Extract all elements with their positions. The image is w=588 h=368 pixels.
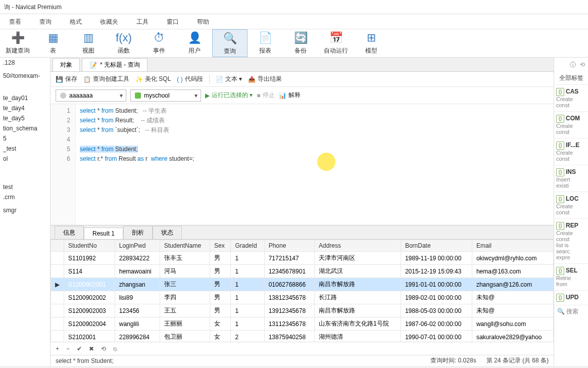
- cell[interactable]: 王五: [160, 304, 210, 317]
- connection-combo[interactable]: aaaaaaa: [56, 89, 126, 102]
- cell[interactable]: 1990-07-01 00:00:00: [401, 331, 472, 342]
- ribbon-模型[interactable]: ⊞模型: [354, 29, 389, 57]
- cell[interactable]: 13875940258: [264, 331, 314, 342]
- ribbon-查询[interactable]: 🔍查询: [212, 29, 248, 57]
- cell[interactable]: 1: [231, 304, 264, 317]
- cell[interactable]: 1991-01-01 00:00:00: [401, 278, 472, 291]
- col-header[interactable]: LoginPwd: [115, 240, 160, 252]
- cell[interactable]: S2102001: [64, 331, 115, 342]
- ribbon-报表[interactable]: 📄报表: [248, 29, 283, 57]
- tree-item[interactable]: te_day01: [0, 93, 50, 103]
- tab-info[interactable]: 信息: [55, 226, 84, 239]
- cell[interactable]: 1989-11-19 00:00:00: [401, 252, 472, 265]
- export-result-button[interactable]: 📤 导出结果: [248, 75, 282, 83]
- apply-button[interactable]: ✔: [77, 345, 82, 352]
- cell[interactable]: hema@163.com: [472, 265, 553, 278]
- menu-view[interactable]: 查看: [0, 14, 30, 29]
- cell[interactable]: 228996284: [115, 331, 160, 342]
- col-header[interactable]: Sex: [210, 240, 231, 252]
- refresh-icon[interactable]: ⟲: [580, 61, 585, 68]
- cell[interactable]: 湖州德清: [314, 331, 401, 342]
- run-button[interactable]: ▶ 运行已选择的 ▾: [205, 91, 253, 100]
- cell[interactable]: 1988-05-03 00:00:00: [401, 304, 472, 317]
- cell[interactable]: 河马: [160, 265, 210, 278]
- tree-item[interactable]: .128: [0, 58, 50, 68]
- cell[interactable]: wanglili: [115, 317, 160, 331]
- snippet-item[interactable]: ()CASCreateconst: [554, 85, 588, 112]
- ribbon-表[interactable]: ▦表: [35, 29, 71, 57]
- col-header[interactable]: StudentNo: [64, 240, 115, 252]
- add-row-button[interactable]: +: [56, 345, 59, 352]
- cell[interactable]: 13912345678: [264, 304, 314, 317]
- col-header[interactable]: BornDate: [401, 240, 472, 252]
- table-row[interactable]: S1200902002lisi89李四男113812345678长江路1989-…: [51, 291, 554, 304]
- table-row[interactable]: S114hemawoaini河马男112345678901湖北武汉2015-12…: [51, 265, 554, 278]
- cell[interactable]: S1200902003: [64, 304, 115, 317]
- snippet-item[interactable]: ()UPD: [554, 291, 588, 305]
- col-header[interactable]: Email: [472, 240, 553, 252]
- cell[interactable]: S1200902001: [64, 278, 115, 291]
- ribbon-新建查询[interactable]: ➕新建查询: [0, 29, 35, 57]
- cell[interactable]: 717215147: [264, 252, 314, 265]
- cell[interactable]: 123456: [115, 304, 160, 317]
- ribbon-事件[interactable]: ⏱事件: [141, 29, 177, 57]
- cell[interactable]: lisi89: [115, 291, 160, 304]
- cell[interactable]: 南昌市解放路: [314, 304, 401, 317]
- refresh-button[interactable]: ⟲: [101, 345, 106, 352]
- col-header[interactable]: StudentName: [160, 240, 210, 252]
- cell[interactable]: okiwcydml@ryhlo.com: [472, 252, 553, 265]
- tree-item[interactable]: test: [0, 182, 50, 192]
- snippet-item[interactable]: ()LOCCreateconst: [554, 192, 588, 219]
- cell[interactable]: zhangsan: [115, 278, 160, 291]
- info-icon[interactable]: ⓘ: [570, 61, 576, 69]
- cell[interactable]: 13112345678: [264, 317, 314, 331]
- cell[interactable]: 女: [210, 331, 231, 342]
- save-button[interactable]: 💾 保存: [56, 75, 77, 83]
- cell[interactable]: zhangsan@126.com: [472, 278, 553, 291]
- menu-help[interactable]: 帮助: [188, 14, 218, 29]
- cell[interactable]: 张丰玉: [160, 252, 210, 265]
- tab-query[interactable]: 📝* 无标题 - 查询: [82, 58, 148, 71]
- menu-favorites[interactable]: 收藏夹: [91, 14, 127, 29]
- query-builder-button[interactable]: 📋 查询创建工具: [83, 75, 129, 83]
- table-row[interactable]: S1101992228934222张丰玉男1717215147天津市河南区198…: [51, 252, 554, 265]
- sql-editor[interactable]: 123456 select * from Student; -- 学生表 sel…: [51, 104, 554, 225]
- code-snippet-button[interactable]: ( ) 代码段: [177, 75, 203, 83]
- col-header[interactable]: Address: [314, 240, 401, 252]
- cell[interactable]: 2: [231, 331, 264, 342]
- cell[interactable]: S114: [64, 265, 115, 278]
- explain-button[interactable]: 📊 解释: [279, 91, 301, 100]
- col-header[interactable]: Phone: [264, 240, 314, 252]
- cell[interactable]: 228934222: [115, 252, 160, 265]
- snippet-item[interactable]: ()INSInsertexisti: [554, 165, 588, 192]
- tab-result1[interactable]: Result 1: [84, 227, 123, 239]
- table-row[interactable]: S1200902003123456王五男113912345678南昌市解放路19…: [51, 304, 554, 317]
- cell[interactable]: 12345678901: [264, 265, 314, 278]
- cell[interactable]: 南昌市解放路: [314, 278, 401, 291]
- ribbon-视图[interactable]: ▥视图: [71, 29, 106, 57]
- tree-item[interactable]: _test: [0, 144, 50, 154]
- cell[interactable]: 1: [231, 278, 264, 291]
- cell[interactable]: 1: [231, 291, 264, 304]
- cell[interactable]: 男: [210, 304, 231, 317]
- cell[interactable]: 男: [210, 252, 231, 265]
- col-header[interactable]: GradeId: [231, 240, 264, 252]
- cell[interactable]: 李四: [160, 291, 210, 304]
- tree-item[interactable]: te_day4: [0, 103, 50, 113]
- tab-objects[interactable]: 对象: [53, 58, 80, 71]
- snippet-item[interactable]: ()IF...ECreateconst: [554, 139, 588, 165]
- cell[interactable]: wangll@sohu.com: [472, 317, 553, 331]
- menu-tools[interactable]: 工具: [127, 14, 158, 29]
- stop-grid-button[interactable]: ⦸: [113, 345, 117, 352]
- database-combo[interactable]: myschool: [130, 89, 201, 102]
- code-area[interactable]: select * from Student; -- 学生表 select * f…: [76, 104, 198, 225]
- cell[interactable]: 男: [210, 291, 231, 304]
- cell[interactable]: sakuralove2829@yahoo: [472, 331, 553, 342]
- cell[interactable]: 1987-06-02 00:00:00: [401, 317, 472, 331]
- cell[interactable]: 未知@: [472, 304, 553, 317]
- tab-profile[interactable]: 剖析: [123, 226, 153, 239]
- table-row[interactable]: S1200902004wanglili王丽丽女113112345678山东省济南…: [51, 317, 554, 331]
- tab-status[interactable]: 状态: [153, 226, 182, 239]
- menu-format[interactable]: 格式: [61, 14, 91, 29]
- connection-tree[interactable]: .12850#tomexam-te_day01te_day4te_day5tio…: [0, 58, 51, 366]
